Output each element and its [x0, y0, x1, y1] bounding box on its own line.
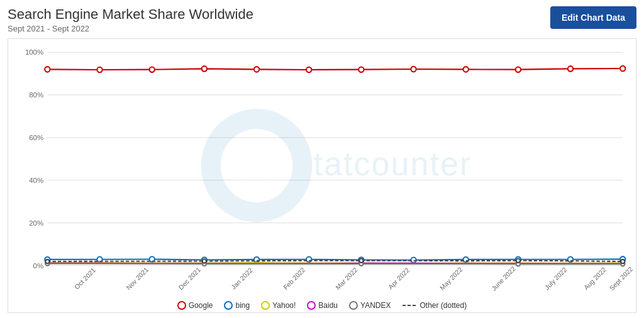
- svg-text:0%: 0%: [33, 262, 44, 270]
- page-container: Search Engine Market Share Worldwide Sep…: [0, 0, 644, 318]
- legend-google-label: Google: [189, 301, 213, 310]
- yahoo-dot-icon: [261, 301, 270, 310]
- svg-text:Nov 2021: Nov 2021: [125, 266, 150, 292]
- legend-google: Google: [177, 301, 213, 310]
- svg-point-29: [150, 67, 155, 72]
- legend-yandex: YANDEX: [349, 301, 391, 310]
- chart-area: 100% 80% 60% 40% 20% 0% Oct 2021 Nov 202…: [8, 38, 636, 313]
- header: Search Engine Market Share Worldwide Sep…: [8, 6, 636, 33]
- svg-point-31: [254, 67, 259, 72]
- svg-point-69: [516, 259, 520, 263]
- svg-text:60%: 60%: [29, 134, 43, 141]
- legend-baidu: Baidu: [307, 301, 338, 310]
- svg-point-30: [202, 66, 207, 71]
- legend-yahoo: Yahoo!: [261, 301, 296, 310]
- svg-text:Jan 2022: Jan 2022: [230, 266, 254, 291]
- svg-point-25: [237, 146, 276, 186]
- yandex-dot-icon: [349, 301, 358, 310]
- svg-point-32: [306, 67, 311, 72]
- edit-chart-button[interactable]: Edit Chart Data: [550, 6, 636, 29]
- svg-text:100%: 100%: [25, 48, 43, 56]
- legend-yahoo-label: Yahoo!: [272, 301, 296, 310]
- svg-text:Apr 2022: Apr 2022: [387, 266, 411, 290]
- legend-baidu-label: Baidu: [318, 301, 338, 310]
- chart-legend: Google bing Yahoo! Baidu YANDEX Other (d…: [8, 301, 636, 310]
- svg-text:Mar 2022: Mar 2022: [334, 266, 359, 291]
- svg-point-33: [358, 67, 364, 72]
- svg-point-67: [203, 259, 206, 263]
- svg-text:80%: 80%: [29, 91, 43, 99]
- legend-yandex-label: YANDEX: [360, 301, 391, 310]
- svg-text:40%: 40%: [29, 177, 43, 184]
- legend-other-label: Other (dotted): [420, 301, 467, 310]
- svg-point-38: [620, 66, 625, 71]
- legend-bing: bing: [224, 301, 250, 310]
- legend-other: Other (dotted): [402, 301, 467, 310]
- svg-point-27: [45, 67, 50, 72]
- chart-svg: 100% 80% 60% 40% 20% 0% Oct 2021 Nov 202…: [8, 39, 636, 292]
- svg-text:statcounter: statcounter: [296, 145, 472, 183]
- svg-text:July 2022: July 2022: [543, 266, 569, 292]
- legend-bing-label: bing: [235, 301, 250, 310]
- chart-inner: 100% 80% 60% 40% 20% 0% Oct 2021 Nov 202…: [8, 39, 636, 292]
- bing-dot-icon: [224, 301, 233, 310]
- chart-subtitle: Sept 2021 - Sept 2022: [8, 24, 253, 33]
- svg-point-28: [97, 67, 102, 72]
- svg-point-35: [464, 67, 469, 72]
- other-line-icon: [402, 305, 418, 306]
- svg-point-34: [411, 67, 416, 72]
- svg-point-66: [45, 260, 49, 263]
- svg-text:Dec 2021: Dec 2021: [177, 266, 202, 292]
- svg-point-70: [621, 260, 625, 263]
- baidu-dot-icon: [307, 301, 316, 310]
- svg-point-37: [568, 66, 573, 71]
- svg-text:June 2022: June 2022: [490, 265, 517, 292]
- svg-text:May 2022: May 2022: [438, 265, 464, 292]
- svg-text:Oct 2021: Oct 2021: [73, 266, 97, 290]
- svg-text:Sept 2022: Sept 2022: [608, 265, 634, 292]
- svg-point-36: [516, 67, 521, 72]
- google-dot-icon: [177, 301, 186, 310]
- svg-text:Aug 2022: Aug 2022: [582, 266, 608, 292]
- chart-title: Search Engine Market Share Worldwide: [8, 6, 253, 23]
- title-block: Search Engine Market Share Worldwide Sep…: [8, 6, 253, 33]
- svg-text:Feb 2022: Feb 2022: [282, 266, 307, 291]
- svg-point-68: [359, 259, 363, 263]
- svg-text:20%: 20%: [29, 219, 43, 227]
